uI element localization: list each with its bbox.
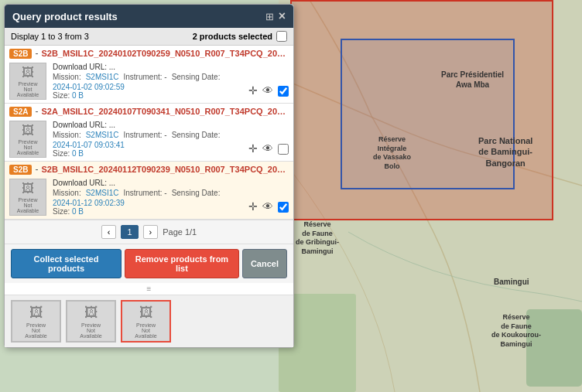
product-1-badge: S2B: [9, 49, 32, 59]
map-label-reserve-faune-gribingui: Réservede Faunede Gribingui-Bamingui: [296, 220, 339, 257]
panel-header: Query product results ⊞ ×: [5, 5, 293, 28]
map-label-reserve-integrale: RéserveIntégralede VassakoBolo: [373, 135, 411, 172]
product-3-body: 🖼 Preview Not Available Download URL: ..…: [5, 177, 293, 219]
drag-handle[interactable]: ≡: [5, 283, 293, 295]
product-1-body: 🖼 Preview Not Available Download URL: ..…: [5, 61, 293, 103]
product-3-meta-row: Mission: S2MSI1C Instrument: - Sensing D…: [53, 189, 242, 197]
product-1-meta-row: Mission: S2MSI1C Instrument: - Sensing D…: [53, 73, 242, 81]
product-2-header: S2A - S2A_MSIL1C_20240107T090341_N0510_R…: [5, 104, 293, 119]
product-2-meta-row: Mission: S2MSI1C Instrument: - Sensing D…: [53, 131, 242, 139]
product-3-actions: ✛ 👁: [248, 179, 289, 216]
product-2-body: 🖼 Preview Not Available Download URL: ..…: [5, 119, 293, 161]
product-2-actions: ✛ 👁: [248, 121, 289, 158]
preview-thumb-2[interactable]: 🖼 PreviewNotAvailable: [66, 300, 116, 343]
display-count-label: Display 1 to 3 from 3: [11, 32, 89, 41]
preview-strip: 🖼 PreviewNotAvailable 🖼 PreviewNotAvaila…: [5, 295, 293, 347]
bottom-buttons: Collect selected products Remove product…: [5, 244, 293, 283]
preview-thumb-3[interactable]: 🖼 PreviewNotAvailable: [121, 300, 171, 343]
product-1-checkbox[interactable]: [278, 86, 289, 97]
product-2-dash: -: [35, 106, 38, 117]
product-2-download-url: Download URL: ...: [53, 121, 242, 129]
product-3-date: 2024-01-12 09:02:39: [53, 199, 242, 207]
selected-count-label: 2 products selected: [193, 32, 272, 41]
product-1-header: S2B - S2B_MSIL1C_20240102T090259_N0510_R…: [5, 46, 293, 61]
remove-button[interactable]: Remove products from list: [125, 249, 239, 278]
collect-button[interactable]: Collect selected products: [11, 249, 122, 278]
product-1-size: 0 B: [72, 91, 84, 100]
product-1-dash: -: [35, 48, 38, 59]
thumb-1-line3: Available: [17, 92, 39, 97]
query-results-panel: Query product results ⊞ × Display 1 to 3…: [4, 4, 294, 348]
product-2-badge: S2A: [9, 107, 32, 117]
product-1-date: 2024-01-02 09:02:59: [53, 83, 242, 91]
display-bar: Display 1 to 3 from 3 2 products selecte…: [5, 28, 293, 46]
product-3-thumbnail: 🖼 Preview Not Available: [9, 179, 46, 216]
product-3-size: 0 B: [72, 207, 84, 216]
preview-thumb-1[interactable]: 🖼 PreviewNotAvailable: [11, 300, 61, 343]
map-label-bamingui: Bamingui: [494, 277, 529, 287]
panel-title: Query product results: [12, 11, 118, 22]
cancel-button[interactable]: Cancel: [242, 249, 287, 278]
product-3-details: Download URL: ... Mission: S2MSI1C Instr…: [53, 179, 242, 216]
thumb-1-line1: Preview: [19, 81, 38, 87]
product-2-checkbox[interactable]: [278, 144, 289, 155]
pagination: ‹ 1 › Page 1/1: [5, 220, 293, 244]
product-item-1: S2B - S2B_MSIL1C_20240102T090259_N0510_R…: [5, 46, 293, 104]
product-3-download-url: Download URL: ...: [53, 179, 242, 187]
product-2-size: 0 B: [72, 149, 84, 158]
close-icon[interactable]: ×: [279, 9, 286, 23]
product-1-actions: ✛ 👁: [248, 63, 289, 100]
product-2-details: Download URL: ... Mission: S2MSI1C Instr…: [53, 121, 242, 158]
select-all-checkbox[interactable]: [276, 31, 287, 42]
product-2-name[interactable]: S2A_MSIL1C_20240107T090341_N0510_R007_T3…: [41, 107, 289, 116]
product-2-mission[interactable]: S2MSI1C: [86, 131, 119, 139]
prev-page-button[interactable]: ‹: [101, 225, 117, 239]
thumb-1-line2: Not: [24, 87, 33, 92]
product-3-checkbox[interactable]: [278, 202, 289, 213]
product-1-name[interactable]: S2B_MSIL1C_20240102T090259_N0510_R007_T3…: [41, 49, 289, 58]
product-2-move-icon[interactable]: ✛: [248, 142, 258, 155]
map-label-reserve-koukourou: Réservede Faunede Koukourou-Bamingui: [491, 313, 541, 349]
product-3-badge: S2B: [9, 165, 32, 175]
product-2-thumbnail: 🖼 Preview Not Available: [9, 121, 46, 158]
product-3-move-icon[interactable]: ✛: [248, 200, 258, 213]
product-1-move-icon[interactable]: ✛: [248, 84, 258, 97]
product-3-eye-icon[interactable]: 👁: [262, 200, 273, 213]
product-3-mission[interactable]: S2MSI1C: [86, 189, 119, 197]
product-3-name[interactable]: S2B_MSIL1C_20240112T090239_N0510_R007_T3…: [41, 165, 289, 174]
next-page-button[interactable]: ›: [143, 225, 159, 239]
map-label-parc-presidentiel: Parc PrésidentielAwa Mba: [441, 70, 504, 90]
product-2-date: 2024-01-07 09:03:41: [53, 141, 242, 149]
product-item-3: S2B - S2B_MSIL1C_20240112T090239_N0510_R…: [5, 162, 293, 220]
product-2-eye-icon[interactable]: 👁: [262, 142, 273, 155]
product-1-eye-icon[interactable]: 👁: [262, 84, 273, 97]
grid-view-icon[interactable]: ⊞: [265, 11, 274, 22]
product-3-dash: -: [35, 164, 38, 175]
product-1-thumbnail: 🖼 Preview Not Available: [9, 63, 46, 100]
products-list: S2B - S2B_MSIL1C_20240102T090259_N0510_R…: [5, 46, 293, 220]
product-1-download-url: Download URL: ...: [53, 63, 242, 71]
product-item-2: S2A - S2A_MSIL1C_20240107T090341_N0510_R…: [5, 104, 293, 162]
page-info-label: Page 1/1: [163, 227, 197, 237]
product-1-details: Download URL: ... Mission: S2MSI1C Instr…: [53, 63, 242, 100]
page-1-button[interactable]: 1: [121, 225, 138, 239]
product-3-header: S2B - S2B_MSIL1C_20240112T090239_N0510_R…: [5, 162, 293, 177]
map-label-parc-national: Parc Nationalde Bamingui-Bangoran: [478, 135, 532, 169]
product-1-mission[interactable]: S2MSI1C: [86, 73, 119, 81]
